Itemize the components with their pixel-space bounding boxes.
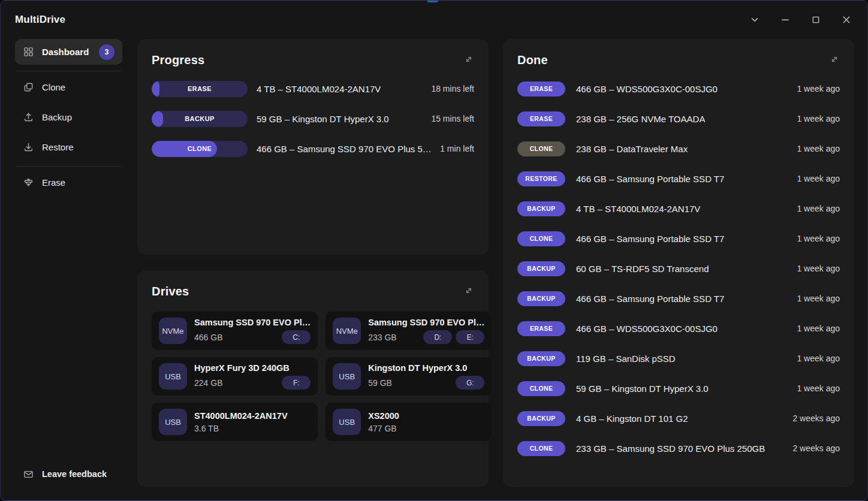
maximize-button[interactable]	[809, 13, 822, 26]
drives-expand-button[interactable]	[463, 285, 474, 296]
time-left-label: 15 mins left	[424, 114, 474, 123]
completed-time-label: 1 week ago	[789, 84, 840, 93]
done-row: CLONE 238 GB – DataTraveler Max 1 week a…	[517, 134, 840, 164]
done-panel-title: Done	[517, 52, 548, 68]
minimize-button[interactable]	[779, 13, 792, 26]
action-pill: RESTORE	[517, 171, 565, 186]
done-row: BACKUP 466 GB – Samsung Portable SSD T7 …	[517, 283, 840, 313]
completed-time-label: 1 week ago	[789, 324, 840, 333]
drive-card[interactable]: USB Kingston DT HyperX 3.0 59 GB G:	[326, 357, 492, 396]
device-label: 59 GB – Kingston DT HyperX 3.0	[576, 384, 709, 394]
drive-letter-pill: E:	[456, 330, 484, 344]
sidebar-item-erase[interactable]: Erase	[15, 170, 122, 195]
progress-expand-button[interactable]	[463, 54, 474, 65]
completed-time-label: 1 week ago	[789, 384, 840, 393]
done-expand-button[interactable]	[829, 54, 840, 65]
drive-name: XS2000	[368, 411, 484, 421]
action-pill: BACKUP	[517, 201, 565, 216]
action-pill: ERASE	[517, 111, 565, 126]
sidebar-item-dashboard[interactable]: Dashboard 3	[15, 39, 122, 65]
drive-name: Kingston DT HyperX 3.0	[368, 363, 484, 373]
sidebar-divider	[16, 166, 121, 167]
done-row: CLONE 466 GB – Samsung Portable SSD T7 1…	[517, 224, 840, 253]
done-row: BACKUP 4 GB – Kingston DT 101 G2 2 weeks…	[517, 403, 840, 433]
action-pill: BACKUP	[517, 291, 565, 306]
drive-type-badge: USB	[159, 409, 187, 435]
close-icon	[840, 14, 852, 26]
action-pill: CLONE	[517, 231, 565, 246]
device-label: 119 GB – SanDisk pSSD	[576, 354, 676, 364]
drive-info: XS2000 477 GB	[368, 411, 484, 433]
action-pill: CLONE	[517, 141, 565, 156]
sidebar-item-label: Dashboard	[42, 47, 89, 57]
done-panel: Done ERASE 466 GB – WDS500G3X0C-00SJG0 1…	[503, 39, 854, 487]
drive-name: Samsung SSD 970 EVO Pl…	[194, 318, 311, 327]
done-row: BACKUP 60 GB – TS-RDF5 SD Transcend 1 we…	[517, 253, 840, 283]
drive-card[interactable]: NVMe Samsung SSD 970 EVO Pl… 466 GB C:	[152, 312, 318, 350]
app-window: MultiDrive Dashboard 3 Clone Backup Rest…	[0, 0, 868, 501]
progress-row: BACKUP 59 GB – Kingston DT HyperX 3.0 15…	[152, 104, 474, 134]
count-badge: 3	[99, 44, 114, 60]
drives-panel-title: Drives	[152, 283, 189, 299]
device-label: 59 GB – Kingston DT HyperX 3.0	[257, 114, 389, 124]
action-pill: BACKUP	[517, 411, 565, 426]
sidebar-item-restore[interactable]: Restore	[15, 134, 122, 160]
maximize-icon	[810, 14, 822, 26]
close-button[interactable]	[840, 13, 853, 26]
action-pill: ERASE	[517, 321, 565, 336]
device-label: 4 TB – ST4000LM024-2AN17V	[257, 84, 381, 94]
device-label: 238 GB – DataTraveler Max	[576, 144, 688, 154]
device-label: 238 GB – 256G NVMe TOAADA	[576, 114, 705, 124]
collapse-button[interactable]	[748, 13, 761, 26]
window-controls	[748, 13, 853, 26]
drive-letters: F:	[282, 376, 311, 390]
done-panel-header: Done	[517, 52, 840, 68]
done-list: ERASE 466 GB – WDS500G3X0C-00SJG0 1 week…	[517, 74, 840, 463]
drive-letter-pill: G:	[456, 376, 484, 390]
drive-card[interactable]: USB XS2000 477 GB	[326, 403, 492, 441]
device-label: 466 GB – Samsung Portable SSD T7	[576, 174, 724, 184]
drive-name: ST4000LM024-2AN17V	[194, 411, 311, 421]
done-row: ERASE 466 GB – WDS500G3X0C-00SJG0 1 week…	[517, 74, 840, 104]
progress-panel-header: Progress	[152, 52, 474, 68]
completed-time-label: 1 week ago	[789, 294, 840, 303]
completed-time-label: 1 week ago	[789, 264, 840, 273]
completed-time-label: 1 week ago	[789, 114, 840, 123]
device-label: 4 TB – ST4000LM024-2AN17V	[576, 204, 700, 214]
completed-time-label: 1 week ago	[789, 354, 840, 363]
done-row: BACKUP 119 GB – SanDisk pSSD 1 week ago	[517, 343, 840, 373]
done-row: ERASE 466 GB – WDS500G3X0C-00SJG0 1 week…	[517, 313, 840, 343]
completed-time-label: 1 week ago	[789, 144, 840, 153]
drive-letter-pill: D:	[423, 330, 452, 344]
leave-feedback-button[interactable]: Leave feedback	[15, 462, 122, 486]
device-label: 466 GB – WDS500G3X0C-00SJG0	[576, 324, 718, 334]
drive-card[interactable]: USB ST4000LM024-2AN17V 3.6 TB	[152, 403, 318, 441]
sidebar-item-label: Backup	[42, 112, 72, 122]
drive-type-badge: USB	[333, 363, 361, 390]
done-row: ERASE 238 GB – 256G NVMe TOAADA 1 week a…	[517, 104, 840, 134]
device-label: 233 GB – Samsung SSD 970 EVO Plus 250GB	[576, 443, 765, 454]
action-pill: ERASE	[517, 82, 565, 96]
progress-bar: ERASE	[152, 81, 248, 97]
sidebar-item-clone[interactable]: Clone	[15, 74, 122, 100]
drive-size: 477 GB	[368, 424, 396, 433]
device-label: 60 GB – TS-RDF5 SD Transcend	[576, 264, 709, 274]
drive-card[interactable]: NVMe Samsung SSD 970 EVO Pl… 233 GB D:E:	[326, 312, 492, 350]
progress-bar: CLONE	[152, 141, 248, 157]
drive-letters: D:E:	[423, 330, 484, 344]
action-pill: CLONE	[517, 381, 565, 396]
drive-type-badge: NVMe	[333, 318, 361, 344]
progress-list: ERASE 4 TB – ST4000LM024-2AN17V 18 mins …	[152, 74, 474, 164]
drive-letters: G:	[456, 376, 484, 390]
drive-card[interactable]: USB HyperX Fury 3D 240GB 224 GB F:	[152, 357, 318, 396]
sidebar-item-backup[interactable]: Backup	[15, 104, 122, 130]
erase-icon	[23, 177, 34, 188]
progress-action-label: ERASE	[152, 81, 248, 97]
expand-icon	[463, 285, 474, 296]
device-label: 466 GB – WDS500G3X0C-00SJG0	[576, 84, 718, 94]
action-pill: CLONE	[517, 441, 565, 456]
top-edge-artifact	[427, 1, 438, 2]
progress-row: ERASE 4 TB – ST4000LM024-2AN17V 18 mins …	[152, 74, 474, 104]
titlebar: MultiDrive	[1, 1, 867, 39]
device-label: 4 GB – Kingston DT 101 G2	[576, 414, 688, 424]
